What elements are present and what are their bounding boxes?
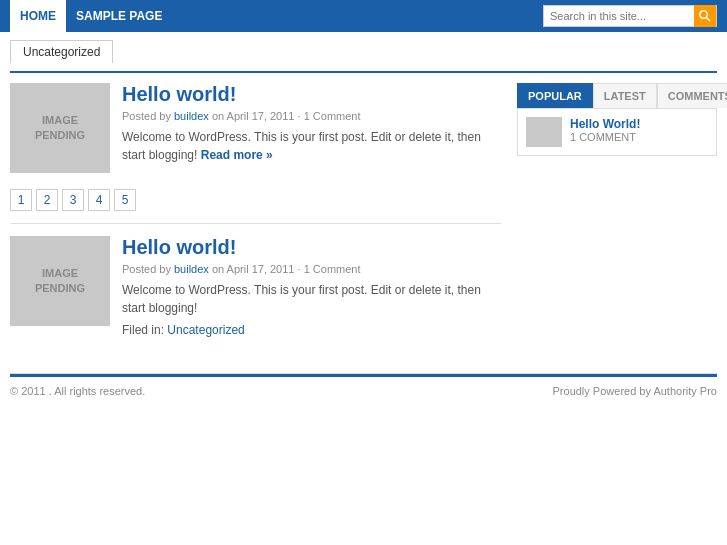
category-bar: Uncategorized bbox=[0, 32, 727, 71]
post-2-excerpt-text: Welcome to WordPress. This is your first… bbox=[122, 283, 481, 315]
post-1-body: Hello world! Posted by buildex on April … bbox=[122, 83, 501, 173]
post-1-image: IMAGEPENDING bbox=[10, 83, 110, 173]
page-2[interactable]: 2 bbox=[36, 189, 58, 211]
page-1[interactable]: 1 bbox=[10, 189, 32, 211]
post-1-image-text: IMAGEPENDING bbox=[35, 113, 85, 144]
sidebar-thumb bbox=[526, 117, 562, 147]
sidebar: POPULAR LATEST COMMENTS TAGS Hello World… bbox=[517, 83, 717, 353]
footer-copyright: © 2011 . All rights reserved. bbox=[10, 385, 145, 397]
post-1-read-more[interactable]: Read more » bbox=[201, 148, 273, 162]
post-1-author[interactable]: buildex bbox=[174, 110, 209, 122]
search-button[interactable] bbox=[694, 5, 716, 27]
page-3[interactable]: 3 bbox=[62, 189, 84, 211]
post-2-filed-category[interactable]: Uncategorized bbox=[167, 323, 244, 337]
sidebar-popular-item: Hello World! 1 COMMENT bbox=[526, 117, 708, 147]
tab-latest[interactable]: LATEST bbox=[593, 83, 657, 108]
search-box bbox=[543, 5, 717, 27]
post-2-body: Hello world! Posted by buildex on April … bbox=[122, 236, 501, 337]
post-2-title[interactable]: Hello world! bbox=[122, 236, 501, 259]
post-1-comments: 1 Comment bbox=[304, 110, 361, 122]
search-input[interactable] bbox=[544, 6, 694, 26]
post-2-meta-prefix: Posted by bbox=[122, 263, 174, 275]
content-area: IMAGEPENDING Hello world! Posted by buil… bbox=[10, 83, 501, 353]
post-2-excerpt: Welcome to WordPress. This is your first… bbox=[122, 281, 501, 317]
post-2-filed-label: Filed in: bbox=[122, 323, 167, 337]
post-1: IMAGEPENDING Hello world! Posted by buil… bbox=[10, 83, 501, 173]
post-1-excerpt-text: Welcome to WordPress. This is your first… bbox=[122, 130, 481, 162]
sidebar-item-title[interactable]: Hello World! bbox=[570, 117, 640, 131]
post-2-filed: Filed in: Uncategorized bbox=[122, 323, 501, 337]
page-5[interactable]: 5 bbox=[114, 189, 136, 211]
nav-home[interactable]: HOME bbox=[10, 0, 66, 32]
svg-line-1 bbox=[707, 18, 711, 22]
post-2-author[interactable]: buildex bbox=[174, 263, 209, 275]
main-layout: IMAGEPENDING Hello world! Posted by buil… bbox=[0, 73, 727, 363]
post-1-excerpt: Welcome to WordPress. This is your first… bbox=[122, 128, 501, 164]
post-2-meta-middle: on April 17, 2011 · bbox=[209, 263, 304, 275]
post-2-image: IMAGEPENDING bbox=[10, 236, 110, 326]
main-nav: HOME SAMPLE PAGE bbox=[0, 0, 727, 32]
footer: © 2011 . All rights reserved. Proudly Po… bbox=[0, 377, 727, 405]
footer-powered-by: Proudly Powered by Authority Pro bbox=[553, 385, 717, 397]
sidebar-tabs: POPULAR LATEST COMMENTS TAGS bbox=[517, 83, 717, 108]
tab-comments[interactable]: COMMENTS bbox=[657, 83, 727, 108]
post-1-title[interactable]: Hello world! bbox=[122, 83, 501, 106]
nav-sample-page[interactable]: SAMPLE PAGE bbox=[66, 0, 172, 32]
post-2-comments: 1 Comment bbox=[304, 263, 361, 275]
pagination: 1 2 3 4 5 bbox=[10, 189, 501, 211]
post-divider bbox=[10, 223, 501, 224]
svg-point-0 bbox=[700, 11, 708, 19]
post-1-meta-prefix: Posted by bbox=[122, 110, 174, 122]
post-2: IMAGEPENDING Hello world! Posted by buil… bbox=[10, 236, 501, 337]
sidebar-tab-content: Hello World! 1 COMMENT bbox=[517, 108, 717, 156]
sidebar-item-info: Hello World! 1 COMMENT bbox=[570, 117, 640, 143]
post-2-meta: Posted by buildex on April 17, 2011 · 1 … bbox=[122, 263, 501, 275]
page-4[interactable]: 4 bbox=[88, 189, 110, 211]
category-tab[interactable]: Uncategorized bbox=[10, 40, 113, 63]
post-2-image-text: IMAGEPENDING bbox=[35, 266, 85, 297]
search-icon bbox=[699, 10, 711, 22]
sidebar-item-meta: 1 COMMENT bbox=[570, 131, 640, 143]
tab-popular[interactable]: POPULAR bbox=[517, 83, 593, 108]
post-1-meta: Posted by buildex on April 17, 2011 · 1 … bbox=[122, 110, 501, 122]
post-1-meta-middle: on April 17, 2011 · bbox=[209, 110, 304, 122]
